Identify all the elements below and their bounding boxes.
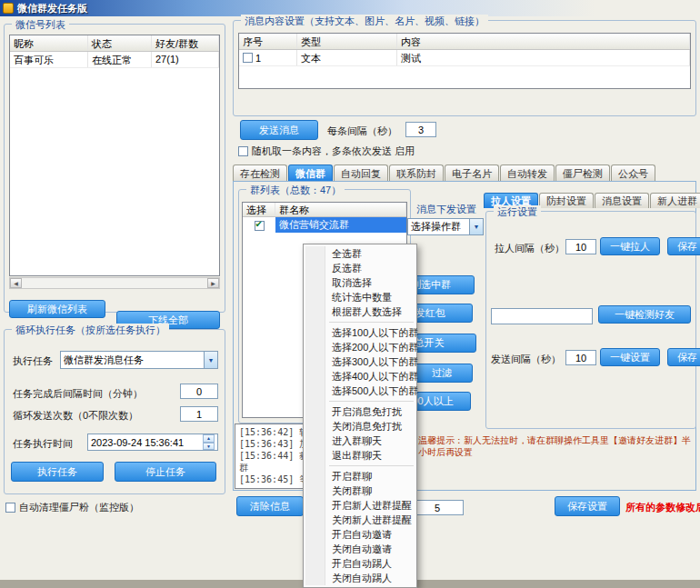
tab-newcomer[interactable]: 新人进群: [650, 193, 700, 208]
save-warning-text: 所有的参数修改后需要保存！: [625, 501, 700, 514]
task-interval-input[interactable]: 0: [180, 384, 218, 399]
menu-item-chat-off[interactable]: 关闭群聊: [304, 483, 416, 498]
menu-item-select-by-size[interactable]: 根据群人数选择: [304, 304, 416, 319]
group-scope-value: 选择操作群: [411, 220, 461, 234]
menu-item-auto-kick-off[interactable]: 关闭自动踢人: [304, 571, 416, 585]
tab-antiban-settings[interactable]: 防封设置: [539, 193, 594, 208]
checkbox-icon[interactable]: [5, 503, 15, 513]
menu-separator: [304, 398, 416, 404]
message-col-content[interactable]: 内容: [397, 34, 690, 49]
zombie-interval-input[interactable]: 5: [411, 500, 464, 515]
menu-item-newcomer-notice-on[interactable]: 开启新人进群提醒: [304, 498, 416, 513]
zombie-clean-checkbox[interactable]: 自动清理僵尸粉（监控版）: [5, 501, 139, 514]
menu-item-chat-on[interactable]: 开启群聊: [304, 469, 416, 483]
group-list-header: 选择 群名称: [243, 203, 406, 217]
tab-wechat-group[interactable]: 微信群: [288, 164, 333, 182]
scroll-left-icon[interactable]: ◀: [10, 278, 22, 288]
group-row-checkbox-cell: [243, 219, 275, 231]
chevron-down-icon[interactable]: ▼: [204, 352, 217, 368]
accounts-col-count[interactable]: 好友/群数: [152, 35, 219, 51]
tab-auto-forward[interactable]: 自动转发: [500, 164, 555, 182]
menu-item-select-all[interactable]: 全选群: [304, 246, 416, 261]
send-save-button[interactable]: 保存: [667, 348, 700, 366]
menu-item-mute-off[interactable]: 关闭消息免打扰: [304, 419, 416, 434]
send-interval-input-2[interactable]: 10: [565, 350, 596, 365]
tab-exist-check[interactable]: 存在检测: [233, 164, 287, 182]
message-col-type[interactable]: 类型: [297, 34, 397, 49]
group-list-row[interactable]: 微信营销交流群: [243, 217, 406, 233]
pull-save-button[interactable]: 保存: [667, 237, 700, 255]
one-key-set-button[interactable]: 一键设置: [600, 348, 660, 366]
loop-task-group-title: 循环执行任务（按所选任务执行）: [12, 324, 169, 337]
tab-official-account[interactable]: 公众号: [611, 164, 655, 182]
menu-item-mute-on[interactable]: 开启消息免打扰: [304, 404, 416, 419]
spin-down-icon[interactable]: ▼: [203, 443, 215, 451]
send-message-button[interactable]: 发送消息: [240, 120, 318, 140]
stop-task-button[interactable]: 停止任务: [115, 462, 216, 482]
chevron-down-icon[interactable]: ▼: [469, 219, 483, 234]
tab-zombie-check[interactable]: 僵尸检测: [555, 164, 610, 182]
app-window: 微信群发任务版 微信号列表 昵称 状态 好友/群数 百事可乐 在线正常 27(1…: [0, 0, 700, 588]
filter-button[interactable]: 过滤: [411, 364, 473, 383]
message-row-content: 测试: [397, 50, 690, 65]
message-content-group-title: 消息内容设置（支持文本、图片、名片、视频、链接）: [241, 15, 488, 28]
menu-item-count-selected[interactable]: 统计选中数量: [304, 290, 416, 304]
menu-item-enter-chat[interactable]: 进入群聊天: [304, 434, 416, 448]
menu-item-under-100[interactable]: 选择100人以下的群: [304, 325, 416, 340]
accounts-col-status[interactable]: 状态: [88, 35, 152, 51]
message-row-type: 文本: [297, 50, 397, 65]
scroll-right-icon[interactable]: ▶: [207, 278, 219, 288]
datetime-spinner[interactable]: ▲▼: [203, 434, 215, 450]
group-list-title: 群列表（总数：47）: [246, 184, 345, 197]
message-table-row[interactable]: 1 文本 测试: [239, 50, 690, 66]
menu-item-auto-kick-on[interactable]: 开启自动踢人: [304, 556, 416, 571]
tab-ecard[interactable]: 电子名片: [445, 164, 499, 182]
menu-item-under-400[interactable]: 选择400人以下的群: [304, 369, 416, 384]
check-friend-input[interactable]: [491, 308, 593, 324]
menu-item-under-300[interactable]: 选择300人以下的群: [304, 354, 416, 369]
save-settings-button[interactable]: 保存设置: [555, 496, 620, 516]
random-content-checkbox[interactable]: 随机取一条内容，多条依次发送 启用: [238, 145, 415, 158]
task-time-value: 2023-09-24 15:36:41: [91, 437, 184, 448]
accounts-table-row[interactable]: 百事可乐 在线正常 27(1): [10, 52, 219, 68]
send-interval-input[interactable]: 3: [405, 122, 436, 137]
checkbox-icon[interactable]: [243, 53, 253, 63]
menu-item-auto-invite-on[interactable]: 开启自动邀请: [304, 527, 416, 542]
middle-settings-label: 消息下发设置: [416, 203, 476, 216]
menu-item-under-200[interactable]: 选择200人以下的群: [304, 340, 416, 354]
loop-count-input[interactable]: 1: [180, 406, 218, 422]
tab-auto-reply[interactable]: 自动回复: [334, 164, 388, 182]
menu-item-exit-chat[interactable]: 退出群聊天: [304, 448, 416, 463]
menu-item-auto-invite-off[interactable]: 关闭自动邀请: [304, 542, 416, 556]
message-col-no[interactable]: 序号: [239, 34, 297, 49]
task-time-input[interactable]: 2023-09-24 15:36:41 ▲▼: [87, 434, 218, 451]
one-key-pull-button[interactable]: 一键拉人: [600, 237, 660, 255]
refresh-wechat-button[interactable]: 刷新微信列表: [9, 300, 105, 318]
menu-separator: [304, 463, 416, 469]
account-nickname: 百事可乐: [10, 52, 88, 67]
menu-item-under-500[interactable]: 选择500人以下的群: [304, 384, 416, 398]
accounts-col-nickname[interactable]: 昵称: [10, 35, 88, 51]
hint-text: 温馨提示：新人无法拉时，请在群聊操作工具里【邀请好友进群】半小时后再设置: [418, 434, 693, 458]
tab-message-settings[interactable]: 消息设置: [595, 193, 649, 208]
run-task-button[interactable]: 执行任务: [11, 462, 104, 482]
group-row-name: 微信营销交流群: [275, 217, 406, 233]
message-table: 序号 类型 内容 1 文本 测试: [238, 33, 691, 89]
menu-separator: [304, 319, 416, 325]
group-scope-select[interactable]: 选择操作群 ▼: [407, 218, 484, 235]
pull-interval-input[interactable]: 10: [565, 239, 596, 254]
message-row-no-cell: 1: [239, 50, 297, 65]
message-table-header: 序号 类型 内容: [239, 34, 690, 50]
one-key-check-button[interactable]: 一键检测好友: [598, 305, 691, 324]
group-col-name: 群名称: [275, 203, 406, 216]
spin-up-icon[interactable]: ▲: [203, 434, 215, 443]
tab-contact-protect[interactable]: 联系防封: [389, 164, 444, 182]
menu-item-invert-select[interactable]: 反选群: [304, 261, 416, 275]
menu-item-newcomer-notice-off[interactable]: 关闭新人进群提醒: [304, 513, 416, 527]
checkbox-checked-icon[interactable]: [255, 221, 265, 231]
accounts-hscrollbar[interactable]: ◀ ▶: [9, 277, 220, 289]
clear-log-button[interactable]: 清除信息: [236, 496, 304, 516]
task-select[interactable]: 微信群发消息任务 ▼: [60, 351, 218, 369]
menu-item-deselect[interactable]: 取消选择: [304, 275, 416, 290]
checkbox-icon[interactable]: [238, 146, 248, 156]
